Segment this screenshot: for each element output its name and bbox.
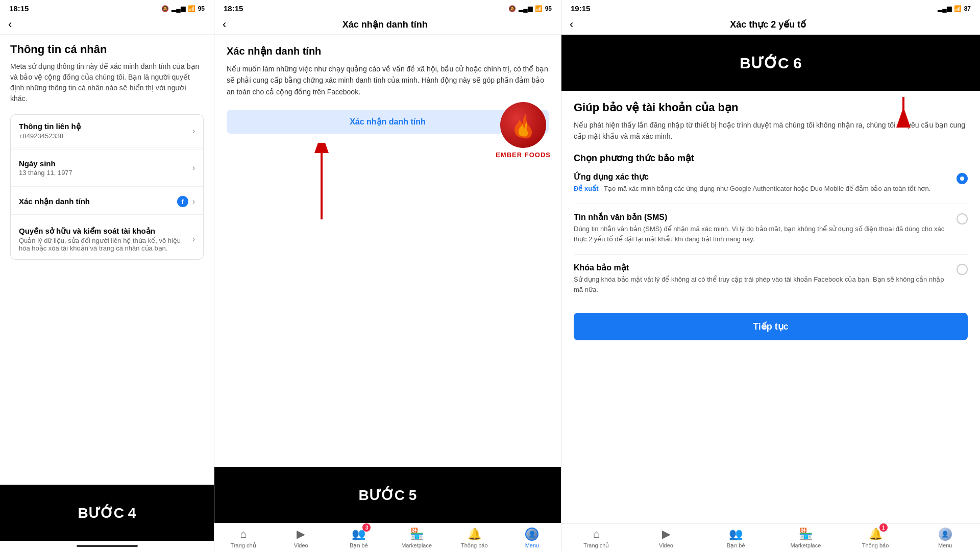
brand-logo-overlay: EMBER FOODS (496, 102, 551, 159)
nav-title-3: Xác thực 2 yếu tố (579, 19, 957, 30)
chevron-icon-2: › (192, 163, 195, 172)
info-item-birthday[interactable]: Ngày sinh 13 tháng 11, 1977 › (11, 152, 203, 184)
marketplace-icon-3: 🏪 (799, 528, 813, 541)
home-label-3: Trang chủ (583, 542, 609, 549)
friends-label-3: Bạn bè (727, 542, 745, 549)
home-label-2: Trang chủ (231, 542, 256, 549)
notif-badge-3: 🔔 1 (869, 528, 883, 541)
radio-app-selected[interactable] (957, 173, 968, 184)
info-card: Thông tin liên hệ +84923452338 › Ngày si… (10, 114, 204, 260)
bottom-nav-2: ⌂ Trang chủ ▶ Video 👥 3 Bạn bè 🏪 Marketp… (214, 523, 561, 551)
bell-icon-1: 🔕 (161, 5, 169, 12)
bottom-nav-3: ⌂ Trang chủ ▶ Video 👥 Bạn bè 🏪 Marketpla… (561, 523, 980, 551)
video-label-2: Video (294, 542, 308, 548)
contact-sub: +84923452338 (19, 132, 192, 140)
notif-label-3: Thông báo (862, 542, 889, 548)
friends-icon-3: 👥 (729, 528, 743, 541)
nav-header-2: ‹ Xác nhận danh tính (214, 15, 561, 35)
nav-notif-2[interactable]: 🔔 Thông báo (446, 528, 503, 549)
app-auth-sub: Đề xuất · Tạo mã xác minh bằng các ứng d… (574, 184, 950, 194)
continue-button[interactable]: Tiếp tục (574, 313, 968, 340)
nav-marketplace-3[interactable]: 🏪 Marketplace (771, 528, 841, 549)
facebook-icon: f (177, 196, 188, 207)
battery-2: 95 (545, 5, 552, 12)
nav-header-3: ‹ Xác thực 2 yếu tố (561, 15, 980, 35)
nav-menu-3[interactable]: 👤 Menu (910, 528, 980, 549)
info-item-ownership[interactable]: Quyền sở hữu và kiểm soát tài khoản Quản… (11, 219, 203, 259)
back-button-1[interactable]: ‹ (8, 19, 12, 30)
ownership-sub: Quản lý dữ liệu, sửa đổi người liên hệ t… (19, 237, 192, 252)
back-button-3[interactable]: ‹ (570, 19, 573, 30)
marketplace-icon-2: 🏪 (410, 528, 424, 541)
buoc-6-header: BƯỚC 6 (561, 35, 980, 91)
p1-description: Meta sử dụng thông tin này để xác minh d… (10, 61, 204, 104)
wifi-icon-2: 📶 (535, 5, 543, 12)
nav-menu-2[interactable]: 👤 Menu (503, 528, 561, 549)
logo-circle (500, 102, 546, 148)
back-button-2[interactable]: ‹ (223, 19, 226, 30)
signal-icon-1: ▂▄▆ (172, 5, 185, 12)
wifi-icon-1: 📶 (188, 5, 195, 12)
home-icon-3: ⌂ (593, 528, 600, 541)
nav-friends-2[interactable]: 👥 3 Bạn bè (330, 528, 387, 549)
time-1: 18:15 (9, 4, 29, 13)
key-title: Khóa bảo mật (574, 263, 950, 272)
notif-icon-2: 🔔 (468, 528, 481, 541)
identity-label: Xác nhận danh tính (19, 197, 177, 206)
nav-marketplace-2[interactable]: 🏪 Marketplace (388, 528, 446, 549)
nav-home-2[interactable]: ⌂ Trang chủ (214, 528, 272, 549)
radio-sms-empty[interactable] (957, 213, 968, 224)
nav-notif-3[interactable]: 🔔 1 Thông báo (841, 528, 911, 549)
birthday-sub: 13 tháng 11, 1977 (19, 169, 192, 177)
p2-description: Nếu muốn làm những việc như chạy quảng c… (227, 63, 549, 97)
marketplace-label-2: Marketplace (401, 542, 432, 548)
time-3: 19:15 (571, 4, 590, 13)
wifi-icon-3: 📶 (954, 5, 962, 12)
panel-3: 19:15 ▂▄▆ 📶 87 ‹ Xác thực 2 yếu tố BƯỚC … (561, 0, 980, 551)
contact-label: Thông tin liên hệ (19, 122, 192, 131)
key-sub: Sử dụng khóa bảo mật vật lý để không ai … (574, 274, 950, 294)
radio-key-empty[interactable] (957, 264, 968, 275)
nav-home-3[interactable]: ⌂ Trang chủ (561, 528, 631, 549)
p1-title: Thông tin cá nhân (10, 43, 204, 56)
video-label-3: Video (659, 542, 673, 548)
p3-description: Nếu phát hiện thấy lần đăng nhập từ thiế… (574, 119, 968, 142)
info-item-contact[interactable]: Thông tin liên hệ +84923452338 › (11, 115, 203, 147)
p2-title: Xác nhận danh tính (227, 45, 549, 57)
chevron-icon: › (192, 127, 195, 136)
battery-1: 95 (198, 5, 205, 12)
avatar-2: 👤 (525, 528, 538, 541)
security-option-sms[interactable]: Tin nhắn văn bản (SMS) Dùng tin nhắn văn… (574, 212, 968, 244)
nav-friends-3[interactable]: 👥 Bạn bè (701, 528, 771, 549)
signal-icon-3: ▂▄▆ (938, 5, 951, 12)
marketplace-label-3: Marketplace (790, 542, 821, 548)
app-auth-title: Ứng dụng xác thực (574, 172, 950, 182)
chevron-icon-3: › (192, 197, 195, 206)
friends-badge-2: 👥 3 (352, 528, 365, 541)
security-section-title: Chọn phương thức bảo mật (574, 153, 968, 164)
friends-label-2: Bạn bè (350, 542, 368, 549)
p3-title: Giúp bảo vệ tài khoản của bạn (574, 101, 968, 114)
home-icon-2: ⌂ (240, 528, 247, 541)
sms-sub: Dùng tin nhắn văn bản (SMS) để nhận mã x… (574, 224, 950, 244)
nav-video-2[interactable]: ▶ Video (272, 528, 330, 549)
signal-icon-2: ▂▄▆ (519, 5, 532, 12)
security-option-key[interactable]: Khóa bảo mật Sử dụng khóa bảo mật vật lý… (574, 263, 968, 294)
buoc-4-box: BƯỚC 4 (0, 485, 214, 541)
status-bar-2: 18:15 🔕 ▂▄▆ 📶 95 (214, 0, 561, 15)
chevron-icon-4: › (192, 235, 195, 244)
birthday-label: Ngày sinh (19, 159, 192, 168)
buoc-5-box: BƯỚC 5 (214, 467, 561, 523)
menu-label-3: Menu (938, 542, 952, 548)
brand-name: EMBER FOODS (496, 151, 551, 159)
panel-1: 18:15 🔕 ▂▄▆ 📶 95 ‹ Thông tin cá nhân Met… (0, 0, 214, 551)
nav-video-3[interactable]: ▶ Video (631, 528, 701, 549)
security-option-app[interactable]: Ứng dụng xác thực Đề xuất · Tạo mã xác m… (574, 172, 968, 194)
video-icon-2: ▶ (297, 528, 305, 541)
info-item-identity[interactable]: Xác nhận danh tính f › (11, 189, 203, 215)
bell-icon-2: 🔕 (508, 5, 516, 12)
status-bar-1: 18:15 🔕 ▂▄▆ 📶 95 (0, 0, 214, 15)
avatar-3: 👤 (939, 528, 952, 541)
video-icon-3: ▶ (662, 528, 671, 541)
nav-header-1: ‹ (0, 15, 214, 35)
